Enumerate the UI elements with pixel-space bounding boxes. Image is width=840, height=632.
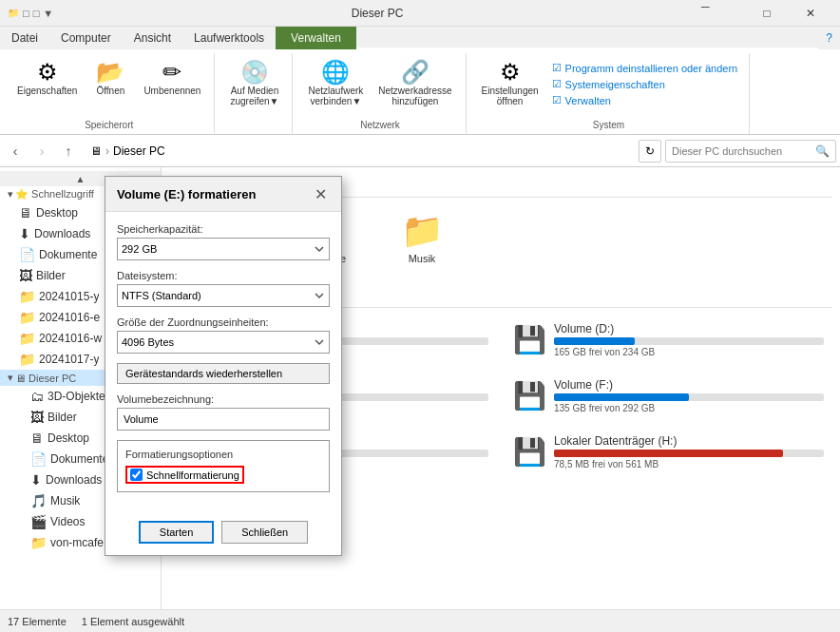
desktop2-icon: 🖥 [30, 431, 44, 446]
window-controls: ─ □ ✕ [701, 0, 832, 27]
tab-verwalten[interactable]: Verwalten [276, 27, 356, 49]
drive-f-bar-fill [554, 393, 689, 401]
downloads2-icon: ⬇ [30, 472, 42, 488]
system-link-verwalten[interactable]: ☑ Verwalten [548, 93, 742, 107]
system-link-system-eigen[interactable]: ☑ Systemeigenschaften [548, 77, 742, 91]
desktop-label: Desktop [36, 206, 78, 220]
breadcrumb-current: Dieser PC [113, 144, 165, 158]
modal-schliessen-button[interactable]: Schließen [221, 521, 308, 544]
downloads2-label: Downloads [46, 473, 102, 487]
modal-title-bar: Volume (E:) formatieren ✕ [105, 177, 341, 212]
tab-laufwerktools[interactable]: Laufwerktools [182, 27, 276, 49]
dokumente-label: Dokumente [39, 248, 97, 261]
eigenschaften-icon: ⚙ [37, 61, 58, 84]
refresh-button[interactable]: ↻ [639, 140, 661, 163]
up-button[interactable]: ↑ [57, 140, 80, 163]
netzlaufwerk-icon: 🌐 [321, 61, 350, 84]
ribbon: ⚙ Eigenschaften 📂 Öffnen ✏ Umbenennen Sp… [0, 49, 840, 135]
filesystem-select[interactable]: NTFS (Standard) [117, 284, 330, 307]
drive-h-info: Lokaler Datenträger (H:) 78,5 MB frei vo… [554, 434, 824, 469]
ribbon-group-system: ⚙ Einstellungenöffnen ☑ Programm deinsta… [468, 53, 751, 134]
allocation-select[interactable]: 4096 Bytes [117, 331, 330, 354]
ribbon-group-medien: 💿 Auf Medienzugreifen▼ [217, 53, 293, 134]
sidebar-section-dieser-pc-label: 🖥 Dieser PC [15, 373, 76, 384]
dokumente2-label: Dokumente [50, 452, 108, 466]
capacity-select[interactable]: 292 GB [117, 238, 330, 260]
3d-objekte-label: 3D-Objekte [48, 390, 105, 403]
ribbon-group-netzwerk: 🌐 Netzlaufwerkverbinden▼ 🔗 Netzwerkadres… [295, 53, 466, 134]
tab-computer[interactable]: Computer [49, 27, 123, 49]
folder3-label: 20241016-w [39, 332, 102, 345]
schnellformat-row: Schnellformatierung [125, 466, 244, 484]
ribbon-btn-oeffnen[interactable]: 📂 Öffnen [86, 57, 134, 100]
dieser-pc-collapse-icon: ▾ [8, 372, 13, 384]
form-group-volume: Volumebezeichnung: [117, 393, 330, 431]
folder-musik-label: Musik [409, 253, 436, 264]
drive-f-name: Volume (F:) [554, 378, 824, 392]
app-icon: 📁 [8, 8, 19, 18]
system-links: ☑ Programm deinstallieren oder ändern ☑ … [548, 57, 742, 107]
volume-input[interactable] [117, 408, 330, 431]
start-button[interactable]: Starten [139, 521, 214, 544]
schnellformat-checkbox[interactable] [130, 469, 143, 481]
einstellungen-label: Einstellungenöffnen [482, 86, 539, 106]
search-icon: 🔍 [815, 144, 830, 158]
videos-icon: 🎬 [30, 514, 47, 529]
drive-d-size: 165 GB frei von 234 GB [554, 347, 824, 357]
ribbon-btn-medien-zugreifen[interactable]: 💿 Auf Medienzugreifen▼ [224, 57, 284, 110]
tab-ansicht[interactable]: Ansicht [123, 27, 182, 49]
folder2-label: 20241016-e [39, 311, 100, 324]
drive-f[interactable]: 💾 Volume (F:) 135 GB frei von 292 GB [505, 372, 832, 420]
back-button[interactable]: ‹ [4, 140, 27, 163]
netzlaufwerk-label: Netzlaufwerkverbinden▼ [308, 86, 363, 106]
drive-d-bar-fill [554, 337, 635, 345]
netzwerk-adresse-label: Netzwerkadressehinzufügen [378, 86, 451, 106]
system-eigen-label: Systemeigenschaften [565, 79, 665, 90]
medien-icon: 💿 [240, 61, 269, 84]
drive-h[interactable]: 💾 Lokaler Datenträger (H:) 78,5 MB frei … [505, 428, 832, 476]
undo-icon: □ [33, 8, 40, 19]
folder-musik[interactable]: 📁 Musik [374, 205, 469, 270]
forward-button[interactable]: › [30, 140, 53, 163]
drive-f-size: 135 GB frei von 292 GB [554, 403, 824, 413]
form-group-allocation: Größe der Zuordnungseinheiten: 4096 Byte… [117, 316, 330, 354]
ribbon-btn-netzlaufwerk[interactable]: 🌐 Netzlaufwerkverbinden▼ [302, 57, 369, 110]
help-button[interactable]: ? [818, 27, 840, 49]
umbenennen-label: Umbenennen [143, 86, 200, 96]
ribbon-group-speicherort: ⚙ Eigenschaften 📂 Öffnen ✏ Umbenennen Sp… [4, 53, 215, 134]
ribbon-btn-netzwerk-adresse[interactable]: 🔗 Netzwerkadressehinzufügen [372, 57, 457, 110]
3d-objekte-icon: 🗂 [30, 389, 44, 404]
restore-button[interactable]: Gerätestandards wiederherstellen [117, 363, 330, 384]
ribbon-btn-eigenschaften[interactable]: ⚙ Eigenschaften [11, 57, 83, 100]
address-bar: ‹ › ↑ 🖥 › Dieser PC ↻ 🔍 [0, 135, 840, 167]
netzwerk-adresse-icon: 🔗 [401, 61, 430, 84]
ribbon-tab-spacer [356, 27, 819, 49]
ribbon-group-speicherort-label: Speicherort [85, 118, 133, 134]
maximize-button[interactable]: □ [745, 0, 789, 27]
search-input[interactable] [672, 145, 811, 157]
allocation-label: Größe der Zuordnungseinheiten: [117, 316, 330, 328]
title-bar: 📁 □ □ ▼ Dieser PC ─ □ ✕ [0, 0, 840, 27]
medien-label: Auf Medienzugreifen▼ [230, 86, 278, 106]
drive-d[interactable]: 💾 Volume (D:) 165 GB frei von 234 GB [505, 316, 832, 364]
minimize-button[interactable]: ─ [701, 0, 745, 27]
system-link-deinstall[interactable]: ☑ Programm deinstallieren oder ändern [548, 61, 742, 75]
drive-h-icon: 💾 [513, 436, 546, 468]
form-group-capacity: Speicherkapazität: 292 GB [117, 223, 330, 260]
breadcrumb[interactable]: 🖥 › Dieser PC [84, 140, 635, 163]
desktop-icon: 🖥 [19, 205, 32, 220]
oeffnen-label: Öffnen [96, 86, 124, 96]
drive-h-bar-bg [554, 450, 824, 457]
modal-footer: Starten Schließen [105, 513, 341, 555]
videos-label: Videos [50, 515, 85, 528]
tab-datei[interactable]: Datei [0, 27, 49, 49]
close-button[interactable]: ✕ [789, 0, 832, 27]
ribbon-btn-umbenennen[interactable]: ✏ Umbenennen [138, 57, 206, 100]
schnellzugriff-collapse-icon: ▾ [8, 188, 13, 201]
ribbon-btn-einstellungen[interactable]: ⚙ Einstellungenöffnen [476, 57, 544, 110]
modal-close-button[interactable]: ✕ [311, 184, 330, 203]
musik-icon: 🎵 [30, 493, 47, 508]
search-box[interactable]: 🔍 [665, 140, 836, 163]
sidebar-section-schnellzugriff-label: ⭐ Schnellzugriff [15, 188, 94, 201]
format-dialog: Volume (E:) formatieren ✕ Speicherkapazi… [105, 176, 342, 556]
